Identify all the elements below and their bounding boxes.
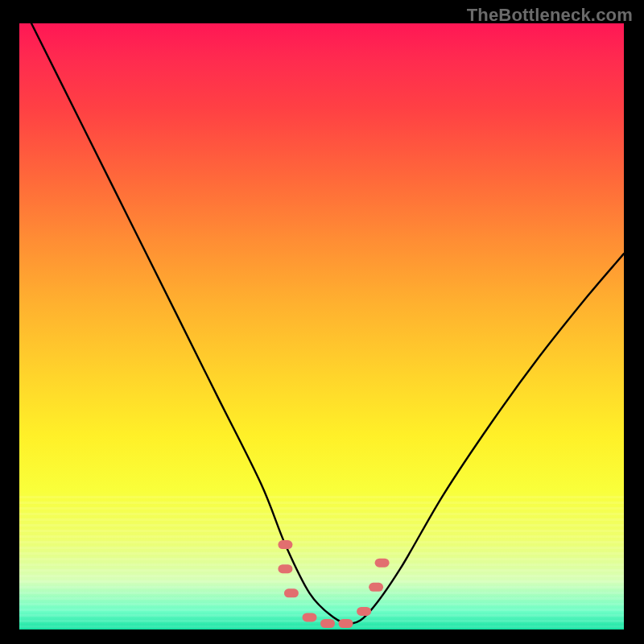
plot-gradient-background — [19, 23, 624, 630]
watermark-source: TheBottleneck.com — [467, 5, 633, 26]
chart-stage: TheBottleneck.com — [0, 0, 644, 644]
plot-frame — [19, 23, 624, 630]
